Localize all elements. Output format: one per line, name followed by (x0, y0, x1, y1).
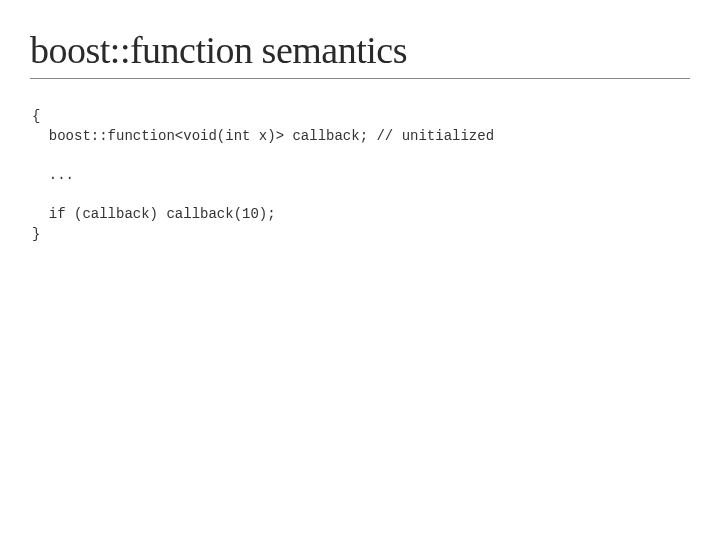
title-divider (30, 78, 690, 79)
slide-title: boost::function semantics (30, 28, 690, 72)
code-line: ... (32, 167, 74, 183)
code-line: } (32, 226, 40, 242)
code-line: if (callback) callback(10); (32, 206, 276, 222)
code-line: { (32, 108, 40, 124)
code-line: boost::function<void(int x)> callback; /… (32, 128, 494, 144)
code-block: { boost::function<void(int x)> callback;… (32, 107, 690, 244)
slide: boost::function semantics { boost::funct… (0, 0, 720, 264)
